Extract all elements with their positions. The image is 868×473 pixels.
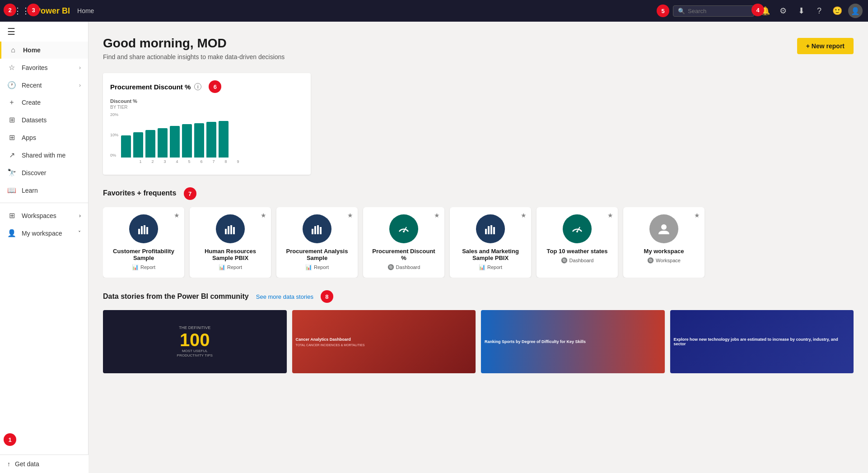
- star-icon-5[interactable]: ★: [607, 212, 613, 219]
- sidebar-label-apps: Apps: [22, 134, 36, 141]
- sidebar-toggle[interactable]: ☰: [0, 22, 88, 42]
- svg-rect-17: [493, 227, 495, 234]
- story-card-2[interactable]: Ranking Sports by Degree of Difficulty f…: [481, 310, 665, 373]
- story-thumb-0: THE DEFINITIVE 100 MOST USEFULPRODUCTIVI…: [103, 310, 287, 373]
- svg-point-19: [576, 231, 578, 232]
- search-input[interactable]: [688, 8, 747, 14]
- star-icon-1[interactable]: ★: [261, 212, 266, 219]
- svg-rect-5: [228, 226, 229, 234]
- svg-rect-14: [485, 229, 487, 234]
- sidebar-label-home: Home: [23, 46, 41, 54]
- card-type-label-3: Dashboard: [396, 264, 420, 270]
- sidebar-label-shared: Shared with me: [22, 152, 65, 159]
- favorites-section: Favorites + frequents 7 ★Customer Profit…: [103, 187, 854, 278]
- search-box[interactable]: 🔍: [673, 5, 754, 17]
- y-label-20: 20%: [110, 112, 118, 117]
- x-label-3: 3: [160, 159, 170, 164]
- star-icon-0[interactable]: ★: [174, 212, 180, 219]
- card-name-4: Sales and Marketing Sample PBIX: [457, 248, 524, 261]
- favorites-section-title: Favorites + frequents 7: [103, 187, 854, 200]
- badge-1: 1: [4, 433, 16, 446]
- bar-6: [182, 124, 192, 158]
- recent-icon: 🕐: [7, 81, 16, 89]
- story-thumb-2: Ranking Sports by Degree of Difficulty f…: [481, 310, 665, 373]
- fav-card-5[interactable]: ★Top 10 weather states🔘Dashboard: [537, 207, 618, 278]
- card-icon-6: [649, 214, 678, 243]
- topnav: 2 3 4 ⋮⋮⋮ Power BI Home 5 🔍 🔔 ⚙ ⬇ ? 🙂 👤: [0, 0, 868, 22]
- chevron-my-workspace: ˅: [78, 230, 81, 236]
- sidebar-item-workspaces[interactable]: ⊞ Workspaces ›: [0, 207, 88, 224]
- card-icon-4: [476, 214, 505, 243]
- my-workspace-icon: 👤: [7, 229, 16, 237]
- svg-rect-2: [144, 225, 145, 234]
- sidebar-item-shared[interactable]: ↗ Shared with me: [0, 146, 88, 164]
- see-more-link[interactable]: See more data stories: [256, 293, 313, 300]
- badge-5: 5: [657, 5, 669, 17]
- card-type-label-0: Report: [140, 264, 155, 270]
- story-thumb-3: Explore how new technology jobs are esti…: [670, 310, 854, 373]
- home-nav-link[interactable]: Home: [77, 7, 94, 14]
- featured-section: Procurement Discount % i 6 Discount % BY…: [103, 73, 854, 175]
- card-type-6: 🔘Workspace: [647, 257, 681, 264]
- header-text-block: Good morning, MOD Find and share actiona…: [103, 36, 285, 60]
- fav-card-3[interactable]: ★Procurement Discount %🔘Dashboard: [363, 207, 444, 278]
- svg-rect-15: [488, 226, 490, 234]
- card-type-icon-1: 📊: [219, 264, 225, 270]
- favorites-icon: ☆: [7, 63, 16, 72]
- user-avatar[interactable]: 👤: [848, 4, 863, 18]
- star-icon-6[interactable]: ★: [694, 212, 700, 219]
- sidebar-item-discover[interactable]: 🔭 Discover: [0, 164, 88, 181]
- fav-card-1[interactable]: ★Human Resources Sample PBIX📊Report: [190, 207, 271, 278]
- info-icon[interactable]: i: [194, 83, 201, 90]
- sidebar-item-favorites[interactable]: ☆ Favorites ›: [0, 59, 88, 76]
- svg-rect-11: [320, 227, 322, 234]
- bars-container: 123456789: [121, 112, 243, 164]
- sidebar-label-my-workspace: My workspace: [22, 230, 62, 237]
- svg-rect-7: [233, 227, 235, 234]
- badge-6: 6: [209, 80, 221, 93]
- search-icon: 🔍: [678, 8, 685, 14]
- bar-3: [145, 130, 155, 158]
- story-card-0[interactable]: THE DEFINITIVE 100 MOST USEFULPRODUCTIVI…: [103, 310, 287, 373]
- discover-icon: 🔭: [7, 168, 16, 177]
- home-icon: ⌂: [9, 46, 18, 54]
- y-axis: 20% 10% 0%: [110, 112, 118, 158]
- card-name-0: Customer Profitability Sample: [110, 248, 177, 261]
- star-icon-2[interactable]: ★: [347, 212, 353, 219]
- get-data-link[interactable]: ↑ Get data: [0, 454, 89, 473]
- settings-icon[interactable]: ⚙: [776, 4, 790, 18]
- chart-with-yaxis: 20% 10% 0% 123456789: [110, 112, 303, 164]
- sidebar-item-datasets[interactable]: ⊞ Datasets: [0, 111, 88, 129]
- bar-4: [158, 128, 168, 158]
- sidebar-item-home[interactable]: ⌂ Home: [0, 42, 88, 59]
- star-icon-4[interactable]: ★: [521, 212, 527, 219]
- star-icon-3[interactable]: ★: [434, 212, 440, 219]
- fav-card-4[interactable]: ★Sales and Marketing Sample PBIX📊Report: [450, 207, 531, 278]
- datasets-icon: ⊞: [7, 116, 16, 124]
- card-icon-5: [563, 214, 592, 243]
- svg-rect-10: [317, 225, 319, 234]
- svg-rect-6: [230, 225, 232, 234]
- card-type-label-2: Report: [314, 264, 329, 270]
- card-name-2: Procurement Analysis Sample: [284, 248, 350, 261]
- fav-card-6[interactable]: ★My workspace🔘Workspace: [623, 207, 705, 278]
- sidebar-item-learn[interactable]: 📖 Learn: [0, 181, 88, 199]
- feedback-icon[interactable]: 🙂: [830, 4, 845, 18]
- download-icon[interactable]: ⬇: [794, 4, 808, 18]
- story-card-1[interactable]: Cancer Analytics Dashboard TOTAL CANCER …: [292, 310, 476, 373]
- story-card-3[interactable]: Explore how new technology jobs are esti…: [670, 310, 854, 373]
- sidebar-item-apps[interactable]: ⊞ Apps: [0, 129, 88, 146]
- x-label-8: 8: [221, 159, 231, 164]
- help-icon[interactable]: ?: [812, 4, 826, 18]
- fav-card-2[interactable]: ★Procurement Analysis Sample📊Report: [276, 207, 358, 278]
- sidebar-item-recent[interactable]: 🕐 Recent ›: [0, 76, 88, 94]
- x-label-5: 5: [184, 159, 194, 164]
- new-report-button[interactable]: + New report: [797, 38, 854, 54]
- sidebar-item-create[interactable]: + Create: [0, 94, 88, 111]
- fav-card-0[interactable]: ★Customer Profitability Sample📊Report: [103, 207, 184, 278]
- sidebar-label-recent: Recent: [22, 82, 42, 89]
- chart-label: Discount %: [110, 98, 303, 104]
- card-icon-0: [129, 214, 158, 243]
- sidebar-item-my-workspace[interactable]: 👤 My workspace ˅: [0, 224, 88, 242]
- badge-2: 2: [4, 4, 16, 16]
